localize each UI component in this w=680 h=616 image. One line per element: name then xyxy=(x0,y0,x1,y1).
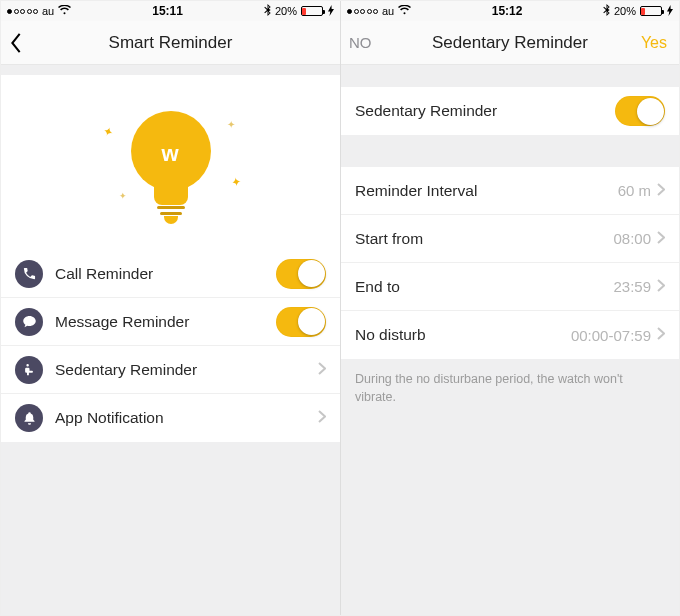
row-call-reminder[interactable]: Call Reminder xyxy=(1,250,340,298)
row-app-notification[interactable]: App Notification xyxy=(1,394,340,442)
row-sedentary-toggle[interactable]: Sedentary Reminder xyxy=(341,87,679,135)
toggle-message-reminder[interactable] xyxy=(276,307,326,337)
battery-pct: 20% xyxy=(614,5,636,17)
row-sedentary-reminder[interactable]: Sedentary Reminder xyxy=(1,346,340,394)
battery-pct: 20% xyxy=(275,5,297,17)
carrier-label: au xyxy=(42,5,54,17)
row-value: 08:00 xyxy=(613,230,651,247)
status-bar: au 15:11 20% xyxy=(1,1,340,21)
row-no-disturb[interactable]: No disturb 00:00-07:59 xyxy=(341,311,679,359)
row-label: Sedentary Reminder xyxy=(355,102,615,120)
toggle-sedentary[interactable] xyxy=(615,96,665,126)
status-time: 15:12 xyxy=(492,4,523,18)
wifi-icon xyxy=(398,5,411,17)
phone-icon xyxy=(15,260,43,288)
nav-bar: NO Sedentary Reminder Yes xyxy=(341,21,679,65)
battery-icon xyxy=(640,6,662,16)
chevron-right-icon xyxy=(657,278,665,296)
message-icon xyxy=(15,308,43,336)
row-label: End to xyxy=(355,278,613,296)
confirm-button[interactable]: Yes xyxy=(641,21,667,64)
bulb-letter: w xyxy=(161,141,179,167)
status-time: 15:11 xyxy=(152,4,183,18)
back-button[interactable] xyxy=(9,21,23,64)
status-bar: au 15:12 20% xyxy=(341,1,679,21)
row-label: Call Reminder xyxy=(55,265,276,283)
toggle-call-reminder[interactable] xyxy=(276,259,326,289)
chevron-right-icon xyxy=(657,230,665,248)
seat-icon xyxy=(15,356,43,384)
row-label: Message Reminder xyxy=(55,313,276,331)
row-value: 23:59 xyxy=(613,278,651,295)
screen-sedentary-reminder: au 15:12 20% NO Sedentary Reminder Yes xyxy=(340,1,679,615)
page-title: Sedentary Reminder xyxy=(432,33,588,53)
chevron-right-icon xyxy=(318,361,326,379)
chevron-right-icon xyxy=(318,409,326,427)
row-label: Start from xyxy=(355,230,613,248)
chevron-right-icon xyxy=(657,326,665,344)
cancel-button[interactable]: NO xyxy=(349,21,372,64)
bluetooth-icon xyxy=(264,4,271,18)
sparkle-icon: ✦ xyxy=(100,124,114,141)
battery-icon xyxy=(301,6,323,16)
row-value: 60 m xyxy=(618,182,651,199)
page-title: Smart Reminder xyxy=(109,33,233,53)
bell-icon xyxy=(15,404,43,432)
row-label: App Notification xyxy=(55,409,318,427)
carrier-label: au xyxy=(382,5,394,17)
row-start-from[interactable]: Start from 08:00 xyxy=(341,215,679,263)
bluetooth-icon xyxy=(603,4,610,18)
footnote-text: During the no disturbane period, the wat… xyxy=(341,359,679,418)
signal-dots-icon xyxy=(7,9,38,14)
signal-dots-icon xyxy=(347,9,378,14)
hero-illustration: ✦ ✦ ✦ ✦ w xyxy=(1,75,340,250)
sparkle-icon: ✦ xyxy=(119,191,127,201)
row-label: No disturb xyxy=(355,326,571,344)
row-value: 00:00-07:59 xyxy=(571,327,651,344)
nav-bar: Smart Reminder xyxy=(1,21,340,65)
wifi-icon xyxy=(58,5,71,17)
chevron-right-icon xyxy=(657,182,665,200)
row-end-to[interactable]: End to 23:59 xyxy=(341,263,679,311)
sparkle-icon: ✦ xyxy=(229,174,241,190)
row-label: Sedentary Reminder xyxy=(55,361,318,379)
row-reminder-interval[interactable]: Reminder Interval 60 m xyxy=(341,167,679,215)
charging-icon xyxy=(667,5,673,18)
row-message-reminder[interactable]: Message Reminder xyxy=(1,298,340,346)
screen-smart-reminder: au 15:11 20% Smart Reminder xyxy=(1,1,340,615)
sparkle-icon: ✦ xyxy=(227,119,235,130)
row-label: Reminder Interval xyxy=(355,182,618,200)
charging-icon xyxy=(328,5,334,18)
